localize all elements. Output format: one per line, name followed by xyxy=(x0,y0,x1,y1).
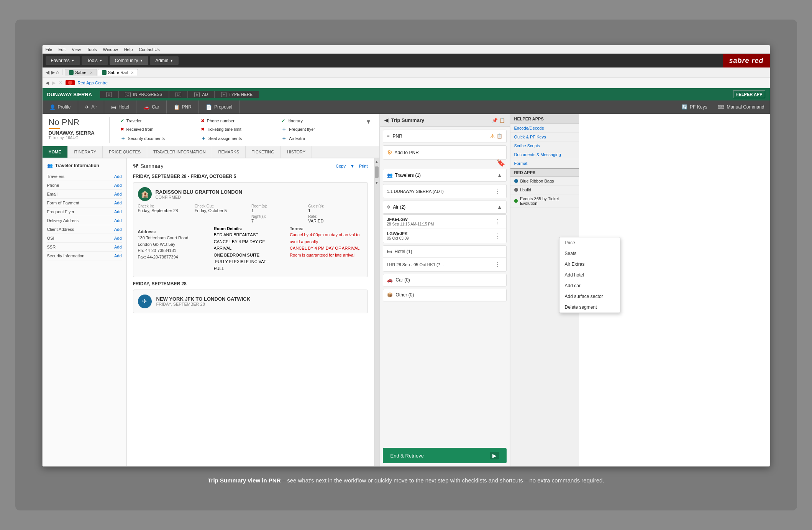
copy-btn[interactable]: Copy xyxy=(336,164,346,168)
ts-pnr-header[interactable]: ≡ PNR ⚠ 📋 xyxy=(383,130,506,143)
client-address-add-link[interactable]: Add xyxy=(114,227,122,232)
nav-tab-proposal[interactable]: 📄 Proposal xyxy=(199,100,239,114)
air-item-1-more-btn[interactable]: ⋮ xyxy=(493,217,502,226)
context-menu: Price Seats Air Extras Add hotel Add car… xyxy=(559,237,620,313)
pnr-seg-c[interactable]: C IN PROGRESS xyxy=(118,91,169,98)
menu-help[interactable]: Help xyxy=(124,47,133,52)
manual-command-btn[interactable]: ⌨ Manual Command xyxy=(712,100,769,114)
travelers-add-link[interactable]: Add xyxy=(114,174,122,179)
form-payment-add-link[interactable]: Add xyxy=(114,201,122,205)
delivery-add-link[interactable]: Add xyxy=(114,218,122,223)
ctx-air-extras[interactable]: Air Extras xyxy=(559,259,620,270)
ts-car-header[interactable]: 🚗 Car (0) xyxy=(383,274,506,286)
nav-tab-pnr[interactable]: 📋 PNR xyxy=(167,100,199,114)
menu-file[interactable]: File xyxy=(46,47,52,52)
menu-window[interactable]: Window xyxy=(103,47,118,52)
helper-ibuild[interactable]: i.build xyxy=(510,186,579,194)
osi-add-link[interactable]: Add xyxy=(114,236,122,240)
nav-tab-hotel[interactable]: 🛏 Hotel xyxy=(104,100,136,114)
trip-summary-pin-icon[interactable]: 📌 xyxy=(492,118,498,123)
traveler-more-btn[interactable]: ⋮ xyxy=(493,187,502,196)
nav-tab-car[interactable]: 🚗 Car xyxy=(136,100,166,114)
ctx-seats[interactable]: Seats xyxy=(559,248,620,259)
expand-button[interactable]: ▾ xyxy=(364,117,373,126)
air-expand-icon[interactable]: ▲ xyxy=(497,204,502,210)
hotel-item-more-btn[interactable]: ⋮ xyxy=(493,260,502,269)
tab-bar: ◀ ▶ ⌂ Sabre ✕ Sabre Rail ✕ xyxy=(43,67,770,77)
nav-btn-admin[interactable]: Admin ▼ xyxy=(150,56,179,65)
ctx-add-surface[interactable]: Add surface sector xyxy=(559,291,620,302)
ts-hotel-header[interactable]: 🛏 Hotel (1) xyxy=(383,246,506,258)
security-add-link[interactable]: Add xyxy=(114,253,122,258)
print-btn[interactable]: Print xyxy=(359,164,368,168)
helper-scribe[interactable]: Scribe Scripts xyxy=(510,142,579,150)
pnr-seg-f[interactable]: F TYPE HERE xyxy=(215,91,259,98)
trip-summary-copy-icon[interactable]: 📋 xyxy=(499,118,505,123)
sub-tab-remarks[interactable]: REMARKS xyxy=(212,146,246,158)
app-centre-link[interactable]: Red App Centre xyxy=(78,81,108,85)
scroll-down-btn[interactable]: ▼ xyxy=(374,179,379,186)
nav-btn-favorites[interactable]: Favorites ▼ xyxy=(46,56,80,65)
menu-tools[interactable]: Tools xyxy=(87,47,97,52)
ticket-by: Ticket by: 16AUG xyxy=(49,136,98,140)
menu-contact[interactable]: Contact Us xyxy=(139,47,159,52)
admin-arrow-icon: ▼ xyxy=(170,59,173,63)
helper-events365[interactable]: Events 365 by Ticket Evolution xyxy=(510,194,579,208)
other-section-icon: 📦 xyxy=(387,292,393,298)
email-add-link[interactable]: Add xyxy=(114,192,122,196)
helper-blue-ribbon[interactable]: Blue Ribbon Bags xyxy=(510,177,579,186)
tab-close-icon[interactable]: ✕ xyxy=(90,71,93,75)
ctx-add-car[interactable]: Add car xyxy=(559,280,620,291)
helper-format[interactable]: Format xyxy=(510,159,579,168)
nav-btn-tools[interactable]: Tools ▼ xyxy=(82,56,108,65)
toolbar-stop-icon[interactable]: ✕ xyxy=(59,80,62,86)
pnr-seg-b[interactable]: B xyxy=(100,91,118,98)
menu-view[interactable]: View xyxy=(72,47,81,52)
helper-quick-keys[interactable]: Quick & PF Keys xyxy=(510,133,579,142)
pf-keys-btn[interactable]: 🔄 PF Keys xyxy=(676,100,712,114)
helper-documents[interactable]: Documents & Messaging xyxy=(510,150,579,159)
nav-btn-community[interactable]: Community ▼ xyxy=(110,56,149,65)
helper-encode-decode[interactable]: Encode/Decode xyxy=(510,124,579,133)
end-retrieve-button[interactable]: End & Retrieve ▶ xyxy=(383,448,507,463)
sub-tab-price-quotes[interactable]: PRICE QUOTES xyxy=(103,146,147,158)
bookmark-icon[interactable]: 🔖 xyxy=(497,159,505,167)
ctx-price[interactable]: Price xyxy=(559,237,620,248)
pnr-segments: B C IN PROGRESS D E AD xyxy=(100,91,725,98)
frequent-flyer-add-link[interactable]: Add xyxy=(114,209,122,214)
profile-icon: 👤 xyxy=(49,104,56,110)
nav-tab-air[interactable]: ✈ Air xyxy=(78,100,105,114)
back-icon[interactable]: ◀ xyxy=(46,69,49,75)
sub-tab-traveler-info[interactable]: TRAVELER INFORMATION xyxy=(147,146,212,158)
pnr-seg-d[interactable]: D xyxy=(169,91,188,98)
sub-tab-ticketing[interactable]: TICKETING xyxy=(246,146,281,158)
pnr-copy-icon[interactable]: 📋 xyxy=(497,133,502,139)
phone-add-link[interactable]: Add xyxy=(114,183,122,188)
sub-tab-history[interactable]: HISTORY xyxy=(281,146,312,158)
air-item-2-more-btn[interactable]: ⋮ xyxy=(493,232,502,240)
add-to-pnr-btn[interactable]: ⚙ Add to PNR xyxy=(383,145,507,160)
tab-sabre-rail[interactable]: Sabre Rail ✕ xyxy=(98,69,138,76)
ctx-add-hotel[interactable]: Add hotel xyxy=(559,270,620,280)
check-green-icon: ✔ xyxy=(120,118,124,123)
home-icon[interactable]: ⌂ xyxy=(56,69,59,75)
scroll-up-btn[interactable]: ▲ xyxy=(374,158,379,165)
ts-other-header[interactable]: 📦 Other (0) xyxy=(383,289,506,301)
sub-tab-home[interactable]: HOME xyxy=(43,146,68,158)
trip-summary-icon: ◀ xyxy=(384,117,388,123)
pnr-seg-e[interactable]: E AD xyxy=(188,91,215,98)
ctx-delete-segment[interactable]: Delete segment xyxy=(559,302,620,313)
tab-sabre[interactable]: Sabre ✕ xyxy=(65,69,97,76)
menu-edit[interactable]: Edit xyxy=(58,47,66,52)
air-section-icon: ✈ xyxy=(387,204,391,210)
tab-rail-close-icon[interactable]: ✕ xyxy=(131,71,134,75)
toolbar-forward-icon[interactable]: ▶ xyxy=(52,80,56,86)
toolbar-back-icon[interactable]: ◀ xyxy=(46,80,49,86)
sub-tab-itinerary[interactable]: ITINERARY xyxy=(68,146,103,158)
nav-tab-profile[interactable]: 👤 Profile xyxy=(43,100,78,114)
check-green-icon-itin: ✔ xyxy=(281,118,285,123)
ssr-add-link[interactable]: Add xyxy=(114,245,122,249)
forward-icon[interactable]: ▶ xyxy=(51,69,55,75)
travelers-expand-icon[interactable]: ▲ xyxy=(497,172,502,178)
trip-summary-content: ≡ PNR ⚠ 📋 xyxy=(380,127,510,445)
